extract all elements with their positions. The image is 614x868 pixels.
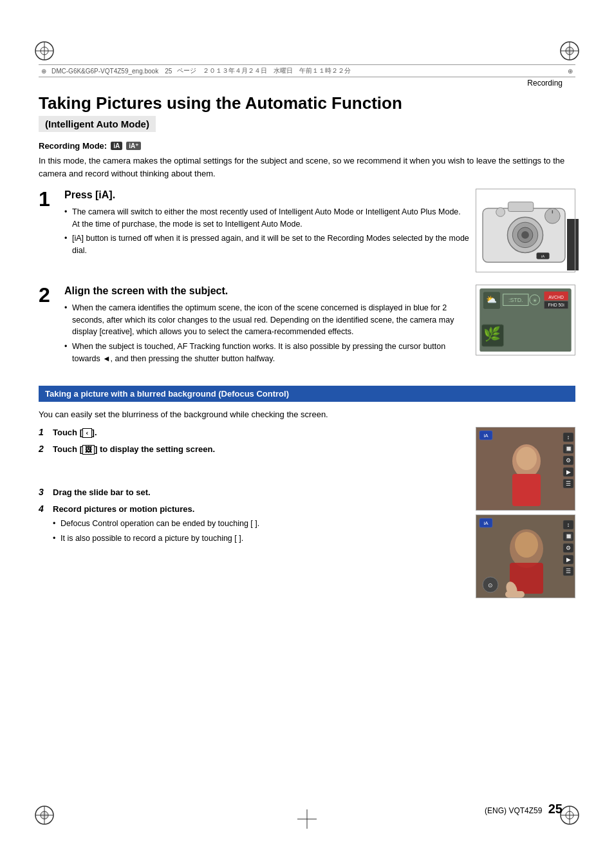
svg-rect-67 [505,591,525,598]
header-file-info: DMC-G6K&G6P-VQT4Z59_eng.book [51,68,158,75]
svg-text:⛅: ⛅ [486,295,498,306]
step1-content: Press [iA]. The camera will switch to ei… [64,189,469,259]
substep2-text: Touch [🖼] to display the setting screen. [53,444,469,455]
step2-left: 2 Align the screen with the subject. Whe… [39,285,469,375]
substep2-num: 2 [39,444,49,454]
svg-text:☰: ☰ [566,480,571,487]
header-crosshair-right: ⊕ [568,68,573,75]
step2-bullet2: When the subject is touched, AF Tracking… [64,341,469,365]
defocus-images: iA ↕ 🔲 ⚙ ▶ ☰ [476,427,575,598]
step1-image: iA [476,189,575,274]
step1-title: Press [iA]. [64,189,469,202]
substep4-content: Record pictures or motion pictures. Defo… [53,504,469,547]
header-japanese: ページ ２０１３年４月２４日 水曜日 午前１１時２２分 [177,66,351,75]
svg-text:☀: ☀ [532,297,537,304]
step2-title: Align the screen with the subject. [64,285,469,298]
corner-mark-tl [32,39,57,65]
mode-icon-ia: iA [111,142,122,150]
header-bar: ⊕ DMC-G6K&G6P-VQT4Z59_eng.book 25 ページ ２０… [39,64,575,77]
svg-point-61 [515,532,538,558]
subtitle-box: (Intelligent Auto Mode) [39,116,156,132]
mode-icon-ia2: iA⁺ [126,142,141,150]
svg-text:▶: ▶ [566,556,571,563]
substep4-num: 4 [39,504,49,514]
step2-container: 2 Align the screen with the subject. Whe… [39,285,575,375]
substep4-bullet2: It is also possible to record a picture … [53,533,469,545]
svg-text:↕: ↕ [567,434,570,440]
svg-point-45 [516,447,537,470]
header-page-num: 25 [165,68,172,75]
substep1-num: 1 [39,427,49,437]
substep4-bullets: Defocus Control operation can be ended b… [53,518,469,545]
substep4-bullet1: Defocus Control operation can be ended b… [53,518,469,530]
header-crosshair: ⊕ [41,68,46,75]
substep3-text: Drag the slide bar to set. [53,487,469,498]
main-content: Taking Pictures using the Automatic Func… [39,93,575,598]
footer-text: (ENG) VQT4Z59 [485,806,542,815]
defocus-image-bottom: iA ⊙ ↕ 🔲 ⚙ [476,514,575,598]
svg-text:⊙: ⊙ [488,582,493,589]
svg-text:☰: ☰ [566,568,571,574]
defocus-substep2: 2 Touch [🖼] to display the setting scree… [39,444,469,455]
svg-text:🔲: 🔲 [565,445,573,453]
page-footer: (ENG) VQT4Z59 25 [485,802,563,816]
step2-bullets: When the camera identifies the optimum s… [64,302,469,365]
defocus-substep3: 3 Drag the slide bar to set. [39,487,469,498]
step1-bullet2: [iA] button is turned off when it is pre… [64,232,469,257]
page-title: Taking Pictures using the Automatic Func… [39,93,575,113]
step1-row: 1 Press [iA]. The camera will switch to … [39,189,469,259]
svg-text:iA: iA [483,520,488,526]
defocus-image-top: iA ↕ 🔲 ⚙ ▶ ☰ [476,427,575,511]
defocus-substep1: 1 Touch [‹]. [39,427,469,439]
svg-text::STD.: :STD. [508,297,523,303]
svg-text:⚙: ⚙ [566,545,571,551]
defocus-intro: You can easily set the blurriness of the… [39,408,575,421]
svg-text:🔲: 🔲 [565,533,573,540]
step2-bullet1: When the camera identifies the optimum s… [64,302,469,338]
step2-row: 2 Align the screen with the subject. Whe… [39,285,469,368]
recording-mode-label: Recording Mode: iA iA⁺ [39,141,575,151]
page-number: 25 [548,802,563,816]
svg-rect-44 [512,474,541,506]
svg-text:AVCHD: AVCHD [548,295,564,299]
bottom-center-crosshair [297,809,317,831]
svg-text:⚙: ⚙ [566,457,571,464]
svg-text:🌿: 🌿 [483,326,501,343]
substep3-num: 3 [39,487,49,497]
svg-rect-23 [508,202,533,212]
defocus-steps-section: 1 Touch [‹]. 2 Touch [🖼] to display the … [39,427,575,598]
intro-text: In this mode, the camera makes the optim… [39,155,575,180]
section-label: Recording [527,79,563,88]
svg-point-26 [496,208,505,217]
substep1-text: Touch [‹]. [53,427,469,439]
page-wrapper: ⊕ DMC-G6K&G6P-VQT4Z59_eng.book 25 ページ ２０… [0,0,614,868]
defocus-steps-left: 1 Touch [‹]. 2 Touch [🖼] to display the … [39,427,469,598]
svg-text:↕: ↕ [567,522,570,528]
svg-text:iA: iA [541,255,544,259]
step2-number: 2 [39,285,58,305]
substep4-title: Record pictures or motion pictures. [53,504,469,515]
svg-text:iA: iA [483,433,488,439]
defocus-section-title: Taking a picture with a blurred backgrou… [39,386,575,402]
step2-content: Align the screen with the subject. When … [64,285,469,368]
corner-mark-tr [557,39,582,65]
step1-bullets: The camera will switch to either the mos… [64,206,469,257]
step1-container: 1 Press [iA]. The camera will switch to … [39,189,575,274]
step1-left: 1 Press [iA]. The camera will switch to … [39,189,469,274]
defocus-substep4: 4 Record pictures or motion pictures. De… [39,504,469,547]
corner-mark-bl [32,803,57,829]
svg-text:▶: ▶ [566,469,571,475]
step2-image: ⛅ :STD. ☀ AVCHD FHD 50i 🌿 [476,285,575,375]
svg-text:FHD 50i: FHD 50i [548,303,565,308]
step1-bullet1: The camera will switch to either the mos… [64,206,469,231]
subtitle-text: (Intelligent Auto Mode) [45,118,149,129]
svg-point-22 [521,231,529,239]
step1-number: 1 [39,189,58,209]
